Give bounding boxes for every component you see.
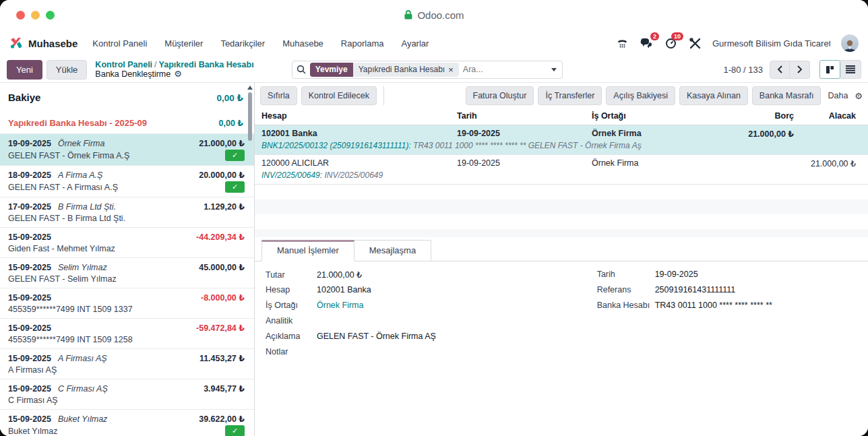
line-amount: 45.000,00 ₺ xyxy=(199,262,245,272)
internal-transfers-button[interactable]: İç Transferler xyxy=(538,86,602,105)
cell-account: 102001 Banka xyxy=(255,129,450,139)
line-partner: A Firması AŞ xyxy=(58,354,107,363)
breadcrumb: Kontrol Paneli/Yapıkredi Banka Hesabı Ba… xyxy=(95,60,253,79)
address-bar: Odoo.com xyxy=(404,9,464,21)
field-value-tutar[interactable]: 21.000,00 ₺ xyxy=(317,270,362,280)
company-name[interactable]: Gurmesoft Bilisim Gıda Ticaret Limite... xyxy=(712,38,830,49)
page-title: Banka Denkleştirme xyxy=(95,69,170,79)
to-check-button[interactable]: Kontrol Edilecek xyxy=(301,86,377,105)
main-navbar: Muhasebe Kontrol Paneli Müşteriler Tedar… xyxy=(0,30,868,57)
breadcrumb-root[interactable]: Kontrol Paneli xyxy=(95,60,152,69)
balance-value: 0,00 ₺ xyxy=(217,92,243,103)
reset-button[interactable]: Sıfırla xyxy=(260,86,297,105)
statement-line[interactable]: 15-09-2025C Firması AŞ3.945,77 ₺ C Firma… xyxy=(0,379,254,409)
line-label: GELEN FAST - Örnek Firma A.Ş xyxy=(8,151,129,160)
tab-mesajlasma[interactable]: Mesajlaşma xyxy=(354,240,431,261)
field-value-banka-hesabi[interactable]: TR43 0011 1000 **** **** **** ** xyxy=(655,301,772,310)
col-alacak: Alacak xyxy=(801,111,868,121)
menu-muhasebe[interactable]: Muhasebe xyxy=(282,38,323,49)
user-avatar[interactable] xyxy=(841,34,859,52)
more-button[interactable]: Daha xyxy=(825,87,850,104)
line-date: 17-09-2025 xyxy=(8,202,51,212)
menu-ayarlar[interactable]: Ayarlar xyxy=(401,38,429,49)
line-label: C Firması AŞ xyxy=(8,396,58,405)
bank-fees-button[interactable]: Banka Masrafı xyxy=(752,86,822,105)
upload-button[interactable]: Yükle xyxy=(46,60,88,80)
statement-line[interactable]: 15-09-2025-44.209,34 ₺ Giden Fast - Mehm… xyxy=(0,227,254,257)
field-value-referans[interactable]: 250919161431111111 xyxy=(655,285,736,294)
table-row[interactable]: 102001 Banka 19-09-2025 Örnek Firma 21.0… xyxy=(255,125,868,155)
validate-check-button[interactable]: ✓ xyxy=(225,150,245,161)
list-view-icon[interactable] xyxy=(840,60,861,79)
line-label: GELEN FAST - A Firması A.Ş xyxy=(8,183,118,192)
line-amount: 39.622,00 ₺ xyxy=(199,414,245,424)
line-partner: A Firma A.Ş xyxy=(58,170,102,180)
browser-chrome: Odoo.com xyxy=(0,0,868,30)
line-label: GELEN FAST - Selim Yılmaz xyxy=(8,274,117,284)
cash-received-button[interactable]: Kasaya Alınan xyxy=(679,86,748,105)
line-date: 15-09-2025 xyxy=(8,323,51,333)
left-panel-scrollbar[interactable] xyxy=(247,84,253,436)
statement-line[interactable]: 15-09-2025-59.472,84 ₺ 455359******7499 … xyxy=(0,318,254,348)
kanban-view-icon[interactable] xyxy=(819,60,840,79)
facet-remove-icon[interactable]: × xyxy=(448,65,456,75)
accounting-app-icon[interactable] xyxy=(9,36,23,50)
phone-icon[interactable] xyxy=(615,36,629,50)
validate-check-button[interactable]: ✓ xyxy=(225,425,245,436)
move-reference-text: INV/2025/00649 xyxy=(322,170,383,180)
cell-partner: Örnek Firma xyxy=(585,158,726,168)
field-value-hesap[interactable]: 102001 Banka xyxy=(317,285,371,294)
statement-line[interactable]: 19-09-2025Örnek Firma21.000,00 ₺ GELEN F… xyxy=(0,133,254,165)
statement-line[interactable]: 15-09-2025-8.000,00 ₺ 455359******7499 I… xyxy=(0,288,254,318)
field-label-is-ortagi: İş Ortağı xyxy=(266,301,317,310)
messages-icon[interactable]: 2 xyxy=(640,36,653,50)
search-dropdown-icon[interactable] xyxy=(551,68,557,71)
statement-line[interactable]: 17-09-2025B Firma Ltd Şti.1.129,20 ₺ GEL… xyxy=(0,197,254,227)
action-gear-icon[interactable]: ⚙ xyxy=(174,69,182,79)
menu-musteriler[interactable]: Müşteriler xyxy=(164,38,203,49)
search-bar[interactable]: Yevmiye Yapıkredi Banka Hesabı × xyxy=(292,61,563,79)
menu-kontrol-paneli[interactable]: Kontrol Paneli xyxy=(92,38,147,49)
search-facet: Yevmiye Yapıkredi Banka Hesabı × xyxy=(310,63,459,77)
pager-next-icon[interactable] xyxy=(790,61,810,79)
settings-gear-icon[interactable]: ⚙ xyxy=(855,91,863,101)
statement-line[interactable]: 15-09-2025A Firması AŞ11.453,27 ₺ A Firm… xyxy=(0,348,254,379)
col-hesap: Hesap xyxy=(255,111,450,121)
new-button[interactable]: Yeni xyxy=(7,60,42,80)
maximize-window-icon[interactable] xyxy=(46,11,55,20)
control-panel: Yeni Yükle Kontrol Paneli/Yapıkredi Bank… xyxy=(0,57,868,82)
line-date: 18-09-2025 xyxy=(8,170,51,180)
move-reference-text: TR43 0011 1000 **** **** **** ** GELEN F… xyxy=(411,141,642,150)
minimize-window-icon[interactable] xyxy=(31,11,40,20)
breadcrumb-current[interactable]: Yapıkredi Banka Hesabı xyxy=(159,60,254,69)
field-value-aciklama[interactable]: GELEN FAST - Örnek Firma AŞ xyxy=(317,332,436,341)
close-window-icon[interactable] xyxy=(16,11,25,20)
statement-line[interactable]: 15-09-2025Selim Yılmaz45.000,00 ₺ GELEN … xyxy=(0,257,254,288)
scrollbar-thumb[interactable] xyxy=(248,92,252,141)
tools-icon[interactable] xyxy=(688,36,702,50)
field-value-tarih[interactable]: 19-09-2025 xyxy=(655,270,698,279)
tab-manuel-islemler[interactable]: Manuel İşlemler xyxy=(261,240,354,261)
activities-icon[interactable]: 10 xyxy=(664,36,677,50)
menu-tedarikciler[interactable]: Tedarikçiler xyxy=(220,38,265,49)
line-date: 15-09-2025 xyxy=(8,263,51,272)
search-input[interactable] xyxy=(463,65,547,74)
create-invoice-button[interactable]: Fatura Oluştur xyxy=(466,86,534,105)
statement-line[interactable]: 15-09-2025Buket Yılmaz39.622,00 ₺ Buket … xyxy=(0,409,254,436)
scroll-up-icon[interactable] xyxy=(247,86,253,90)
field-label-referans: Referans xyxy=(597,285,655,294)
table-row[interactable]: 120000 ALICILAR 19-09-2025 Örnek Firma 2… xyxy=(255,155,868,185)
statement-line[interactable]: 18-09-2025A Firma A.Ş20.000,00 ₺ GELEN F… xyxy=(0,165,254,197)
col-tarih: Tarih xyxy=(450,111,585,121)
opening-balance-button[interactable]: Açılış Bakiyesi xyxy=(606,86,675,105)
move-reference-link[interactable]: INV/2025/00649: xyxy=(261,170,322,180)
menu-raporlama[interactable]: Raporlama xyxy=(341,38,384,49)
app-name[interactable]: Muhasebe xyxy=(28,38,78,49)
move-reference-link[interactable]: BNK1/2025/00132 (25091916143111111): xyxy=(261,141,411,150)
line-amount: -8.000,00 ₺ xyxy=(201,292,245,303)
field-value-is-ortagi[interactable]: Örnek Firma xyxy=(317,301,363,310)
activities-badge: 10 xyxy=(671,32,683,40)
line-date: 15-09-2025 xyxy=(8,232,51,242)
pager-previous-icon[interactable] xyxy=(770,61,790,79)
validate-check-button[interactable]: ✓ xyxy=(225,181,245,193)
